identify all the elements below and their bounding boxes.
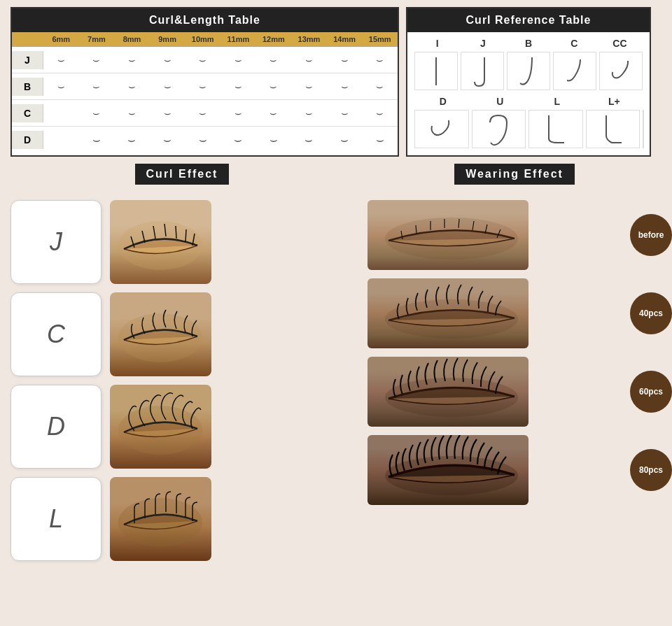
- curl-row-b: B ⌣ ⌣ ⌣ ⌣ ⌣ ⌣ ⌣ ⌣ ⌣ ⌣: [12, 73, 398, 100]
- curl-label-d: D: [12, 131, 43, 149]
- svg-line-6: [186, 229, 186, 242]
- wearing-effect-title: Wearing Effect: [454, 164, 575, 185]
- wearing-badge-before: before: [630, 214, 672, 256]
- header-14mm: 14mm: [327, 32, 363, 46]
- curl-ref-cell-d: D: [414, 96, 472, 108]
- curl-cell: ⌣: [291, 79, 327, 94]
- curl-effect-title: Curl Effect: [135, 164, 230, 185]
- curl-cell: ⌣: [327, 106, 363, 121]
- curl-cell: ⌣: [220, 79, 256, 94]
- wearing-row-before: before: [368, 200, 662, 270]
- curl-symbol-u: [472, 110, 526, 148]
- curl-cell: ⌣: [150, 79, 186, 94]
- header-15mm: 15mm: [362, 32, 398, 46]
- header-9mm: 9mm: [150, 32, 186, 46]
- curl-cell: ⌣: [43, 79, 79, 94]
- wearing-badge-40: 40pcs: [630, 292, 672, 334]
- curl-reference-table: Curl Reference Table I J B C CC: [406, 7, 651, 157]
- curl-symbol-c: [553, 52, 596, 90]
- curl-ref-title: Curl Reference Table: [407, 8, 650, 32]
- wearing-row-80: 80pcs: [368, 435, 662, 505]
- top-section: Curl&Length Table 6mm 7mm 8mm 9mm 10mm 1…: [0, 0, 672, 160]
- wearing-row-40: 40pcs: [368, 278, 662, 348]
- curl-ref-cell-lplus: L+: [586, 96, 643, 108]
- curl-cell: ⌣: [79, 106, 115, 121]
- curl-effect-photo-j: [110, 200, 211, 284]
- wearing-row-60: 60pcs: [368, 357, 662, 427]
- header-11mm: 11mm: [220, 32, 256, 46]
- curl-cell: ⌣: [362, 106, 398, 121]
- header-10mm: 10mm: [185, 32, 220, 46]
- curl-cell: ⌣: [114, 52, 150, 68]
- wearing-effect-section: Wearing Effect: [368, 164, 662, 569]
- header-13mm: 13mm: [291, 32, 327, 46]
- curl-effect-card-c: C: [10, 292, 102, 376]
- curl-cell: ⌣: [256, 131, 292, 149]
- page-root: Curl&Length Table 6mm 7mm 8mm 9mm 10mm 1…: [0, 0, 672, 626]
- curl-ref-row2-labels: D U L L+: [407, 90, 650, 110]
- curl-row-d: D ⌣ ⌣ ⌣ ⌣ ⌣ ⌣ ⌣ ⌣ ⌣: [12, 127, 398, 153]
- curl-cell: ⌣: [220, 52, 256, 68]
- curl-cell: ⌣: [43, 52, 79, 68]
- curl-length-headers: 6mm 7mm 8mm 9mm 10mm 11mm 12mm 13mm 14mm…: [12, 32, 398, 47]
- curl-cell: ⌣: [79, 131, 115, 149]
- wearing-photo-80: [368, 435, 528, 505]
- curl-row-c: C ⌣ ⌣ ⌣ ⌣ ⌣ ⌣ ⌣ ⌣ ⌣: [12, 100, 398, 127]
- curl-effect-photo-d: [110, 385, 211, 469]
- curl-symbol-l: [528, 110, 583, 148]
- wearing-photo-60: [368, 357, 528, 427]
- curl-ref-row2-symbols: [407, 110, 650, 148]
- curl-symbol-i: [414, 52, 458, 90]
- curl-label-c: C: [12, 104, 43, 122]
- curl-ref-row1-symbols: [407, 52, 650, 90]
- wearing-badge-60: 60pcs: [630, 371, 672, 413]
- curl-ref-cell-l: L: [528, 96, 586, 108]
- curl-effect-card-d: D: [10, 385, 102, 469]
- curl-symbol-d: [414, 110, 469, 148]
- curl-label-j: J: [12, 51, 43, 69]
- header-empty: [12, 32, 43, 46]
- curl-length-title: Curl&Length Table: [12, 8, 398, 32]
- curl-effect-photo-l: [110, 477, 211, 561]
- curl-cell: ⌣: [220, 131, 256, 149]
- curl-effect-row-l: L: [10, 477, 354, 561]
- curl-ref-cell-c: C: [552, 38, 597, 50]
- curl-effect-card-j: J: [10, 200, 102, 284]
- bottom-section: Curl Effect J: [0, 160, 672, 573]
- curl-symbol-b: [507, 52, 550, 90]
- wearing-photo-40: [368, 278, 528, 348]
- curl-cell: ⌣: [114, 106, 150, 121]
- header-8mm: 8mm: [114, 32, 150, 46]
- curl-length-table: Curl&Length Table 6mm 7mm 8mm 9mm 10mm 1…: [10, 7, 399, 157]
- curl-cell: ⌣: [150, 106, 186, 121]
- curl-cell: ⌣: [150, 52, 186, 68]
- curl-cell: ⌣: [256, 79, 292, 94]
- curl-ref-cell-i: I: [414, 38, 460, 50]
- curl-cell: ⌣: [327, 79, 363, 94]
- curl-cell: ⌣: [114, 79, 150, 94]
- curl-symbol-j: [461, 52, 504, 90]
- header-7mm: 7mm: [79, 32, 115, 46]
- curl-cell: ⌣: [362, 52, 398, 68]
- header-12mm: 12mm: [256, 32, 292, 46]
- curl-cell: ⌣: [185, 131, 220, 149]
- curl-effect-row-c: C: [10, 292, 354, 376]
- curl-symbol-cc: [599, 52, 643, 90]
- curl-symbol-lplus: [586, 110, 640, 148]
- curl-cell: ⌣: [291, 52, 327, 68]
- svg-line-5: [176, 226, 176, 239]
- curl-effect-card-l: L: [10, 477, 102, 561]
- curl-cell: ⌣: [185, 52, 220, 68]
- curl-cell: ⌣: [291, 131, 327, 149]
- curl-cell: ⌣: [150, 131, 186, 149]
- curl-ref-cell-cc: CC: [597, 38, 643, 50]
- curl-ref-cell-b: B: [505, 38, 551, 50]
- wearing-photo-before: [368, 200, 528, 270]
- curl-cell: ⌣: [185, 106, 220, 121]
- header-6mm: 6mm: [43, 32, 79, 46]
- curl-effect-row-j: J: [10, 200, 354, 284]
- curl-effect-section: Curl Effect J: [10, 164, 354, 569]
- curl-cell: ⌣: [256, 106, 292, 121]
- curl-cell: ⌣: [220, 106, 256, 121]
- curl-cell: ⌣: [327, 52, 363, 68]
